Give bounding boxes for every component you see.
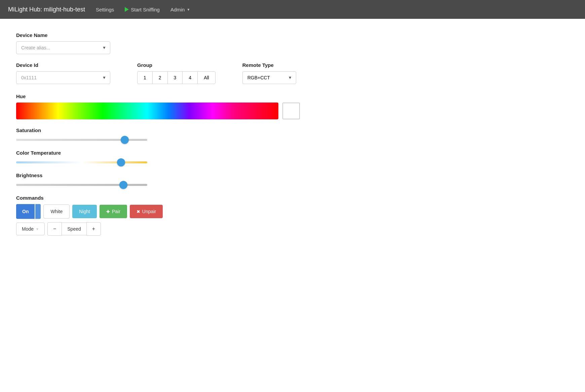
group-buttons: 1 2 3 4 All xyxy=(137,71,216,84)
commands-section: Commands On White Night ✚ Pair ✖ Unpair … xyxy=(16,195,320,236)
on-toggle[interactable] xyxy=(35,204,41,219)
speed-control: − Speed + xyxy=(47,222,101,236)
group-section: Group 1 2 3 4 All xyxy=(137,62,216,84)
hue-preview xyxy=(282,103,300,119)
commands-row-2: Mode ▼ − Speed + xyxy=(16,222,320,236)
group-btn-2[interactable]: 2 xyxy=(152,71,168,84)
sniff-label: Start Sniffing xyxy=(131,7,160,12)
device-id-select[interactable]: 0x1111 xyxy=(16,71,110,84)
pair-plus-icon: ✚ xyxy=(106,209,110,214)
start-sniffing-button[interactable]: Start Sniffing xyxy=(125,7,160,12)
on-button[interactable]: On xyxy=(16,205,35,218)
settings-link[interactable]: Settings xyxy=(96,7,114,12)
pair-label: Pair xyxy=(112,209,120,214)
saturation-section: Saturation xyxy=(16,127,320,142)
unpair-button[interactable]: ✖ Unpair xyxy=(130,205,163,218)
color-temperature-slider[interactable] xyxy=(16,161,147,163)
unpair-x-icon: ✖ xyxy=(136,209,140,214)
device-name-select[interactable]: Create alias... xyxy=(16,41,110,54)
device-id-wrapper: 0x1111 ▼ xyxy=(16,71,110,84)
group-label: Group xyxy=(137,62,216,68)
group-btn-all[interactable]: All xyxy=(197,71,216,84)
brightness-slider[interactable] xyxy=(16,184,147,186)
play-icon xyxy=(125,7,129,12)
group-btn-1[interactable]: 1 xyxy=(137,71,153,84)
saturation-slider[interactable] xyxy=(16,139,147,141)
device-id-label: Device Id xyxy=(16,62,110,68)
admin-dropdown[interactable]: Admin ▼ xyxy=(170,7,190,12)
unpair-label: Unpair xyxy=(142,209,156,214)
remote-type-select[interactable]: RGB+CCT xyxy=(242,71,296,84)
color-temperature-label: Color Temperature xyxy=(16,150,320,156)
hue-bar[interactable] xyxy=(16,103,278,119)
night-button[interactable]: Night xyxy=(72,205,97,218)
device-row: Device Id 0x1111 ▼ Group 1 2 3 4 All Rem… xyxy=(16,62,320,84)
pair-button[interactable]: ✚ Pair xyxy=(100,205,127,218)
device-name-label: Device Name xyxy=(16,32,320,38)
color-temperature-section: Color Temperature xyxy=(16,150,320,164)
mode-label: Mode xyxy=(22,226,34,232)
speed-plus-button[interactable]: + xyxy=(86,222,101,236)
white-button[interactable]: White xyxy=(43,204,70,219)
group-btn-4[interactable]: 4 xyxy=(182,71,198,84)
remote-type-wrapper: RGB+CCT ▼ xyxy=(242,71,296,84)
hue-section: Hue xyxy=(16,93,320,119)
mode-arrow-icon: ▼ xyxy=(36,227,39,231)
admin-dropdown-arrow: ▼ xyxy=(187,8,190,11)
commands-row-1: On White Night ✚ Pair ✖ Unpair xyxy=(16,204,320,219)
brightness-label: Brightness xyxy=(16,172,320,178)
commands-label: Commands xyxy=(16,195,320,201)
mode-button[interactable]: Mode ▼ xyxy=(16,223,45,235)
speed-minus-button[interactable]: − xyxy=(47,222,62,236)
saturation-label: Saturation xyxy=(16,127,320,133)
speed-label: Speed xyxy=(62,223,86,235)
main-content: Device Name Create alias... ▼ Device Id … xyxy=(0,19,336,257)
device-name-wrapper: Create alias... ▼ xyxy=(16,41,110,54)
on-button-group: On xyxy=(16,204,41,219)
device-id-section: Device Id 0x1111 ▼ xyxy=(16,62,110,84)
navbar: MiLight Hub: milight-hub-test Settings S… xyxy=(0,0,585,19)
hue-label: Hue xyxy=(16,93,320,99)
brightness-section: Brightness xyxy=(16,172,320,187)
hue-bar-container xyxy=(16,103,320,119)
navbar-brand: MiLight Hub: milight-hub-test xyxy=(8,6,85,13)
group-btn-3[interactable]: 3 xyxy=(167,71,183,84)
admin-label: Admin xyxy=(170,7,185,12)
remote-type-section: Remote Type RGB+CCT ▼ xyxy=(242,62,296,84)
device-name-section: Device Name Create alias... ▼ xyxy=(16,32,320,54)
remote-type-label: Remote Type xyxy=(242,62,296,68)
